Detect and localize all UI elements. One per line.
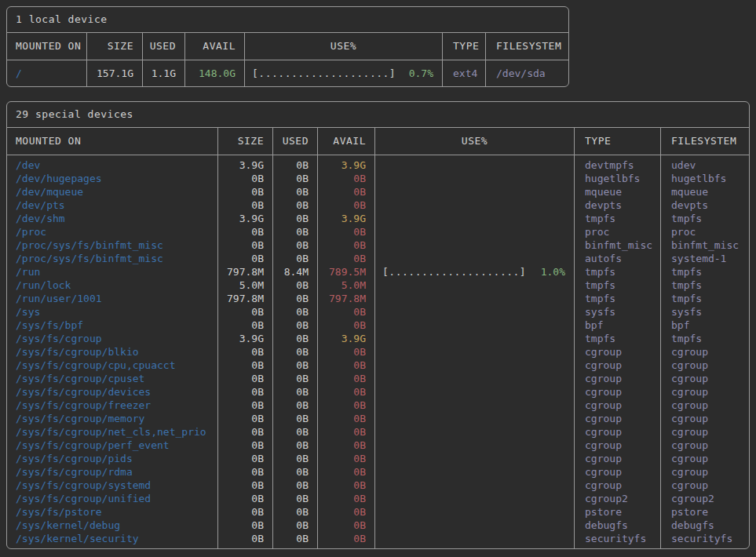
fs-type: pstore (585, 506, 622, 518)
fs-type: devpts (585, 199, 622, 211)
cell-size: 0B (218, 305, 273, 319)
cell-type: tmpfs (575, 212, 661, 225)
special-devices-table-title: 29 special devices (7, 102, 749, 128)
cell-use-percent (375, 412, 575, 425)
col-header-used: USED (273, 128, 318, 155)
cell-avail: 0B (318, 412, 375, 425)
cell-use-percent (375, 332, 575, 345)
mount-path: /run/lock (16, 279, 71, 291)
cell-type: cgroup (575, 359, 661, 372)
cell-avail: 0B (318, 359, 375, 372)
cell-type: cgroup (575, 479, 661, 492)
cell-use-percent (375, 452, 575, 465)
fs-type: cgroup (585, 426, 622, 438)
cell-type: mqueue (575, 185, 661, 198)
cell-type: devpts (575, 198, 661, 212)
mount-path: /sys (16, 306, 40, 318)
mount-path: /dev/hugepages (16, 173, 102, 184)
cell-type: tmpfs (575, 265, 661, 278)
mount-path: / (16, 67, 22, 79)
cell-type: debugfs (575, 519, 661, 532)
filesystem-name: mqueue (671, 186, 708, 198)
mount-path: /proc (16, 226, 46, 238)
cell-filesystem: tmpfs (661, 278, 749, 292)
filesystem-name: devpts (671, 199, 708, 211)
cell-use-percent (375, 278, 575, 292)
cell-used: 0B (273, 439, 318, 452)
fs-type: cgroup (585, 386, 622, 398)
usage-bar: [....................] (252, 60, 396, 86)
cell-type: autofs (575, 252, 661, 265)
cell-use-percent (375, 212, 575, 225)
col-header-type: TYPE (443, 33, 486, 60)
cell-filesystem: udev (661, 155, 749, 172)
cell-size: 5.0M (218, 278, 273, 292)
cell-mounted-on: /sys/fs/cgroup/devices (7, 385, 218, 399)
local-devices-table-header: MOUNTED ONSIZEUSEDAVAILUSE%TYPEFILESYSTE… (7, 33, 568, 60)
cell-size: 0B (218, 479, 273, 492)
cell-avail: 5.0M (318, 278, 375, 292)
cell-use-percent (375, 532, 575, 548)
cell-avail: 3.9G (318, 212, 375, 225)
cell-use-percent (375, 155, 575, 172)
cell-avail: 0B (318, 172, 375, 185)
filesystem-name: cgroup (671, 453, 708, 464)
cell-use-percent (375, 505, 575, 519)
cell-size: 0B (218, 439, 273, 452)
cell-mounted-on: /dev/hugepages (7, 172, 218, 185)
cell-used: 0B (273, 492, 318, 505)
cell-mounted-on: /sys/fs/cgroup/blkio (7, 345, 218, 359)
cell-mounted-on: /run/user/1001 (7, 292, 218, 305)
cell-mounted-on: /sys/fs/cgroup/systemd (7, 479, 218, 492)
filesystem-name: tmpfs (671, 293, 702, 304)
cell-type: cgroup (575, 345, 661, 359)
cell-used: 0B (273, 345, 318, 359)
cell-size: 0B (218, 492, 273, 505)
cell-used: 0B (273, 212, 318, 225)
cell-size: 157.1G (87, 60, 143, 86)
cell-used: 0B (273, 292, 318, 305)
mount-path: /sys/fs/cgroup/devices (16, 386, 151, 398)
cell-use-percent (375, 238, 575, 252)
cell-type: devtmpfs (575, 155, 661, 172)
filesystem-name: cgroup (671, 359, 708, 371)
cell-use-percent (375, 425, 575, 439)
fs-type: debugfs (585, 519, 628, 531)
fs-type: mqueue (585, 186, 622, 198)
cell-use-percent (375, 319, 575, 332)
fs-type: proc (585, 226, 609, 238)
fs-type: cgroup (585, 413, 622, 424)
mount-path: /dev/shm (16, 213, 65, 224)
cell-mounted-on: /sys/fs/cgroup/cpuset (7, 372, 218, 385)
cell-avail: 0B (318, 185, 375, 198)
cell-size: 0B (218, 372, 273, 385)
cell-type: tmpfs (575, 278, 661, 292)
filesystem-name: cgroup (671, 399, 708, 411)
cell-type: securityfs (575, 532, 661, 548)
mount-path: /sys/fs/cgroup/cpuset (16, 373, 144, 384)
cell-size: 0B (218, 359, 273, 372)
filesystem-name: tmpfs (671, 213, 702, 224)
cell-filesystem: pstore (661, 505, 749, 519)
cell-size: 3.9G (218, 155, 273, 172)
cell-used: 0B (273, 519, 318, 532)
cell-filesystem: hugetlbfs (661, 172, 749, 185)
cell-mounted-on: / (7, 60, 87, 86)
cell-mounted-on: /sys/fs/bpf (7, 319, 218, 332)
fs-type: tmpfs (585, 333, 615, 344)
cell-size: 0B (218, 385, 273, 399)
cell-filesystem: cgroup (661, 385, 749, 399)
cell-filesystem: tmpfs (661, 212, 749, 225)
mount-path: /sys/kernel/debug (16, 519, 120, 531)
cell-filesystem: cgroup (661, 439, 749, 452)
cell-avail: 0B (318, 252, 375, 265)
filesystem-name: udev (671, 159, 696, 171)
fs-type: devtmpfs (585, 159, 634, 171)
cell-type: binfmt_misc (575, 238, 661, 252)
cell-used: 0B (273, 425, 318, 439)
fs-type: bpf (585, 319, 603, 331)
cell-filesystem: cgroup (661, 345, 749, 359)
fs-type: sysfs (585, 306, 615, 318)
cell-size: 0B (218, 425, 273, 439)
mount-path: /sys/kernel/security (16, 533, 139, 544)
